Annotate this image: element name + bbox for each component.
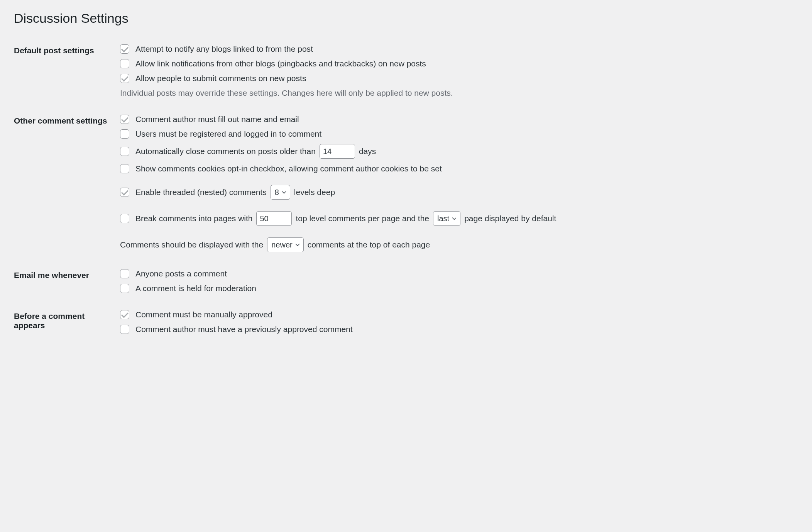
settings-table: Default post settings Attempt to notify … (14, 36, 798, 342)
section-heading-other-comment: Other comment settings (14, 106, 120, 261)
checkbox-anyone-posts[interactable] (120, 269, 129, 278)
label-paginate-2: top level comments per page and the (296, 214, 429, 223)
label-require-name-email[interactable]: Comment author must fill out name and em… (135, 115, 299, 124)
checkbox-cookies-optin[interactable] (120, 164, 129, 173)
input-close-days[interactable] (320, 144, 355, 159)
label-paginate-1[interactable]: Break comments into pages with (135, 214, 252, 223)
section-heading-email-me: Email me whenever (14, 261, 120, 302)
select-comment-order-value: newer (271, 241, 292, 249)
checkbox-allow-pingbacks[interactable] (120, 59, 129, 68)
label-require-registration[interactable]: Users must be registered and logged in t… (135, 129, 321, 139)
input-comments-per-page[interactable] (256, 211, 292, 226)
label-order-before: Comments should be displayed with the (120, 240, 263, 249)
label-allow-pingbacks[interactable]: Allow link notifications from other blog… (135, 59, 426, 68)
label-cookies-optin[interactable]: Show comments cookies opt-in checkbox, a… (135, 164, 442, 173)
label-allow-comments[interactable]: Allow people to submit comments on new p… (135, 74, 306, 83)
label-paginate-3: page displayed by default (464, 214, 556, 223)
checkbox-manual-approve[interactable] (120, 310, 129, 319)
select-thread-depth[interactable]: 8 (271, 185, 290, 200)
checkbox-held-moderation[interactable] (120, 284, 129, 293)
default-post-note: Individual posts may override these sett… (120, 88, 794, 98)
label-notify-blogs[interactable]: Attempt to notify any blogs linked to fr… (135, 44, 313, 54)
select-default-page[interactable]: last (433, 211, 460, 226)
label-threaded-after: levels deep (294, 188, 335, 197)
checkbox-require-name-email[interactable] (120, 115, 129, 124)
select-comment-order[interactable]: newer (267, 237, 303, 252)
label-anyone-posts[interactable]: Anyone posts a comment (135, 269, 227, 278)
label-threaded-before[interactable]: Enable threaded (nested) comments (135, 188, 267, 197)
label-auto-close-after: days (359, 147, 376, 156)
label-held-moderation[interactable]: A comment is held for moderation (135, 284, 256, 293)
checkbox-allow-comments[interactable] (120, 74, 129, 83)
checkbox-require-registration[interactable] (120, 129, 129, 139)
select-default-page-value: last (437, 214, 449, 223)
select-thread-depth-value: 8 (275, 188, 279, 197)
chevron-down-icon (452, 216, 457, 221)
chevron-down-icon (295, 242, 300, 247)
section-heading-before-appears: Before a comment appears (14, 302, 120, 342)
checkbox-notify-blogs[interactable] (120, 44, 129, 54)
checkbox-prev-approved[interactable] (120, 325, 129, 334)
section-heading-default-post: Default post settings (14, 36, 120, 106)
checkbox-auto-close[interactable] (120, 147, 129, 156)
label-order-after: comments at the top of each page (308, 240, 430, 249)
label-prev-approved[interactable]: Comment author must have a previously ap… (135, 325, 353, 334)
label-auto-close-before[interactable]: Automatically close comments on posts ol… (135, 147, 316, 156)
label-manual-approve[interactable]: Comment must be manually approved (135, 310, 272, 319)
checkbox-threaded[interactable] (120, 188, 129, 197)
checkbox-paginate[interactable] (120, 214, 129, 223)
chevron-down-icon (281, 190, 287, 195)
page-title: Discussion Settings (14, 11, 798, 26)
